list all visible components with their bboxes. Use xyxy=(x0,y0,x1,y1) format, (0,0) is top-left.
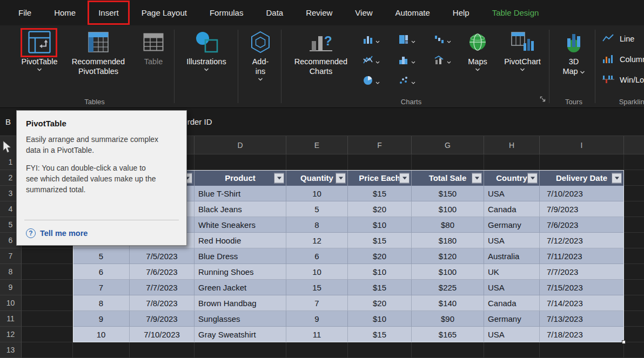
cell-C12[interactable]: 7/10/2023 xyxy=(130,327,194,342)
filter-dropdown-button[interactable] xyxy=(472,173,482,183)
cell-I9[interactable]: 7/15/2023 xyxy=(540,280,624,295)
cell-D3[interactable]: Blue T-Shirt xyxy=(194,186,286,201)
filter-dropdown-button[interactable] xyxy=(336,173,346,183)
cell-I5[interactable]: 7/6/2023 xyxy=(540,217,624,233)
insert-line-chart-button[interactable] xyxy=(363,53,380,69)
cell-G8[interactable]: $100 xyxy=(412,264,484,280)
cell-D13[interactable] xyxy=(194,342,286,358)
cell-A12[interactable] xyxy=(22,327,73,342)
sparkline-column-button[interactable]: Column xyxy=(602,51,644,67)
row-header-11[interactable]: 11 xyxy=(0,311,22,327)
cell-F9[interactable]: $15 xyxy=(348,280,412,295)
row-header-12[interactable]: 12 xyxy=(0,327,22,342)
tell-me-more-link[interactable]: ? Tell me more xyxy=(26,228,88,238)
cell-I1[interactable] xyxy=(540,154,624,170)
cell-J6[interactable] xyxy=(624,233,644,248)
column-header-I[interactable]: I xyxy=(540,136,624,154)
table-header-cell-G2[interactable]: Total Sale xyxy=(412,170,484,186)
cell-F10[interactable]: $20 xyxy=(348,295,412,311)
table-button[interactable]: Table xyxy=(137,28,170,66)
cell-J8[interactable] xyxy=(624,264,644,280)
dialog-launcher-icon[interactable] xyxy=(539,95,546,105)
cell-E6[interactable]: 12 xyxy=(286,233,348,248)
cell-E9[interactable]: 15 xyxy=(286,280,348,295)
row-header-7[interactable]: 7 xyxy=(0,248,22,264)
cell-I7[interactable]: 7/11/2023 xyxy=(540,248,624,264)
insert-scatter-chart-button[interactable] xyxy=(398,74,415,89)
cell-J2[interactable] xyxy=(624,170,644,186)
cell-F3[interactable]: $15 xyxy=(348,186,412,201)
row-header-13[interactable]: 13 xyxy=(0,342,22,358)
ribbon-tab-review[interactable]: Review xyxy=(294,0,344,25)
ribbon-tab-help[interactable]: Help xyxy=(441,0,481,25)
cell-E8[interactable]: 10 xyxy=(286,264,348,280)
cell-I12[interactable]: 7/18/2023 xyxy=(540,327,624,342)
cell-A7[interactable] xyxy=(22,248,73,264)
cell-F1[interactable] xyxy=(348,154,412,170)
insert-column-chart-button[interactable] xyxy=(363,33,380,48)
cell-C13[interactable] xyxy=(130,342,194,358)
fill-handle[interactable] xyxy=(622,340,626,344)
ribbon-tab-view[interactable]: View xyxy=(344,0,384,25)
cell-A8[interactable] xyxy=(22,264,73,280)
cell-D12[interactable]: Gray Sweatshirt xyxy=(194,327,286,342)
cell-E13[interactable] xyxy=(286,342,348,358)
pivotchart-button[interactable]: PivotChart xyxy=(499,28,546,72)
cell-A10[interactable] xyxy=(22,295,73,311)
cell-I4[interactable]: 7/9/2023 xyxy=(540,201,624,217)
recommended-charts-button[interactable]: ? Recommended Charts xyxy=(286,28,356,76)
cell-I6[interactable]: 7/12/2023 xyxy=(540,233,624,248)
cell-E11[interactable]: 9 xyxy=(286,311,348,327)
sparkline-winloss-button[interactable]: Win/Loss xyxy=(602,72,644,88)
cell-D8[interactable]: Running Shoes xyxy=(194,264,286,280)
row-header-8[interactable]: 8 xyxy=(0,264,22,280)
insert-waterfall-chart-button[interactable] xyxy=(434,33,451,48)
ribbon-tab-insert[interactable]: Insert xyxy=(87,0,130,25)
filter-dropdown-button[interactable] xyxy=(399,173,410,183)
cell-D7[interactable]: Blue Dress xyxy=(194,248,286,264)
cell-D9[interactable]: Green Jacket xyxy=(194,280,286,295)
3d-map-button[interactable]: 3D Map xyxy=(555,28,593,76)
cell-H7[interactable]: Australia xyxy=(484,248,540,264)
cell-G11[interactable]: $90 xyxy=(412,311,484,327)
ribbon-tab-file[interactable]: File xyxy=(7,0,43,25)
cell-F6[interactable]: $15 xyxy=(348,233,412,248)
ribbon-tab-table-design[interactable]: Table Design xyxy=(481,0,551,25)
cell-D6[interactable]: Red Hoodie xyxy=(194,233,286,248)
cell-G13[interactable] xyxy=(412,342,484,358)
cell-D4[interactable]: Black Jeans xyxy=(194,201,286,217)
cell-H3[interactable]: USA xyxy=(484,186,540,201)
ribbon-tab-home[interactable]: Home xyxy=(43,0,87,25)
cell-G12[interactable]: $165 xyxy=(412,327,484,342)
cell-J4[interactable] xyxy=(624,201,644,217)
cell-J7[interactable] xyxy=(624,248,644,264)
addins-button[interactable]: Add-ins xyxy=(245,28,276,82)
filter-dropdown-button[interactable] xyxy=(527,173,538,183)
cell-G1[interactable] xyxy=(412,154,484,170)
column-header-E[interactable]: E xyxy=(286,136,348,154)
cell-H13[interactable] xyxy=(484,342,540,358)
cell-H8[interactable]: UK xyxy=(484,264,540,280)
cell-H12[interactable]: USA xyxy=(484,327,540,342)
insert-pie-chart-button[interactable] xyxy=(363,74,380,89)
cell-F4[interactable]: $20 xyxy=(348,201,412,217)
cell-G3[interactable]: $150 xyxy=(412,186,484,201)
cell-E5[interactable]: 8 xyxy=(286,217,348,233)
cell-H10[interactable]: Canada xyxy=(484,295,540,311)
cell-I13[interactable] xyxy=(540,342,624,358)
cell-B7[interactable]: 5 xyxy=(73,248,130,264)
cell-H9[interactable]: USA xyxy=(484,280,540,295)
cell-C11[interactable]: 7/9/2023 xyxy=(130,311,194,327)
cell-F8[interactable]: $10 xyxy=(348,264,412,280)
cell-H6[interactable]: USA xyxy=(484,233,540,248)
cell-I3[interactable]: 7/10/2023 xyxy=(540,186,624,201)
table-header-cell-D2[interactable]: Product xyxy=(194,170,286,186)
cell-J5[interactable] xyxy=(624,217,644,233)
cell-D11[interactable]: Sunglasses xyxy=(194,311,286,327)
cell-E10[interactable]: 7 xyxy=(286,295,348,311)
cell-I10[interactable]: 7/14/2023 xyxy=(540,295,624,311)
column-header-F[interactable]: F xyxy=(348,136,412,154)
illustrations-button[interactable]: Illustrations xyxy=(179,28,233,72)
cell-D10[interactable]: Brown Handbag xyxy=(194,295,286,311)
cell-B11[interactable]: 9 xyxy=(73,311,130,327)
